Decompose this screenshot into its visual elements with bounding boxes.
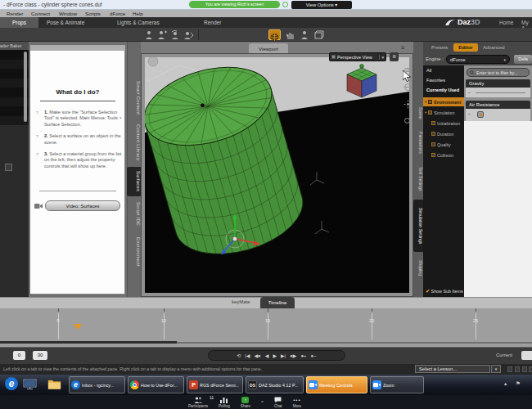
surface-selection-tool-icon[interactable]	[268, 29, 281, 40]
zoom-annotation-icon[interactable]	[282, 2, 288, 7]
tab-render[interactable]: Render	[200, 17, 225, 28]
tab-smart-content[interactable]: Smart Content	[127, 79, 141, 118]
air-resistance-slider[interactable]: -	[466, 109, 530, 121]
gravity-section-header[interactable]: Gravity	[466, 79, 530, 88]
desktop-icon[interactable]	[23, 377, 37, 391]
tray-flag-icon[interactable]: ⚑	[516, 380, 521, 387]
tab-environment[interactable]: Environment	[127, 232, 141, 272]
menu-render[interactable]: Render	[7, 11, 23, 16]
expander-icon[interactable]: ▾	[425, 110, 426, 115]
pane-control-icon[interactable]	[515, 366, 520, 372]
play-button[interactable]: ▶	[273, 353, 277, 358]
tab-scene[interactable]: Scene	[413, 101, 423, 124]
box-tool-icon[interactable]	[313, 30, 324, 40]
taskbar-button-zoom[interactable]: Zoom	[370, 376, 424, 393]
menu-window[interactable]: Window	[59, 11, 77, 16]
tab-tool-settings[interactable]: Tool Settings	[413, 160, 423, 198]
lesson-select[interactable]: Select a Lesson...	[415, 365, 490, 373]
go-to-start-button[interactable]: |◀	[245, 353, 250, 358]
edge-taskbar-icon[interactable]: e	[5, 377, 19, 391]
tree-item-collision[interactable]: Collision	[423, 151, 464, 160]
add-key-button[interactable]: ●+	[300, 353, 306, 358]
playhead[interactable]	[74, 324, 82, 330]
pane-control-icon[interactable]	[507, 366, 512, 372]
tab-simulation-settings[interactable]: Simulation Settings	[413, 200, 423, 252]
tree-item-quality[interactable]: Quality	[423, 140, 464, 149]
tab-keymate[interactable]: keyMate	[232, 299, 250, 304]
tab-presets[interactable]: Presets	[431, 45, 448, 50]
chat-button[interactable]: Chat	[274, 397, 282, 408]
menu-connect[interactable]: Connect	[31, 11, 50, 16]
filter-currently-used[interactable]: Currently Used	[426, 88, 459, 92]
menu-scripts[interactable]: Scripts	[85, 11, 101, 16]
expander-icon[interactable]: ▾	[425, 100, 426, 104]
tab-parameters[interactable]: Parameters	[413, 126, 423, 159]
range-start-field[interactable]: 0	[13, 351, 25, 360]
more-button[interactable]: ••• More	[293, 397, 301, 408]
step-back-button[interactable]: ◀	[265, 353, 269, 358]
pane-control-icon[interactable]	[529, 366, 532, 372]
range-end-field[interactable]: 30	[33, 351, 47, 360]
taskbar-button-meeting-controls[interactable]: Meeting Controls	[306, 376, 367, 393]
tree-item-duration[interactable]: Duration	[423, 129, 464, 138]
default-button[interactable]: Defa	[514, 55, 532, 64]
menu-help[interactable]: Help	[133, 11, 143, 16]
shader-baker-tab[interactable]: Shader Baker	[0, 42, 29, 50]
share-options-chevron[interactable]: ^	[261, 400, 264, 405]
step-forward-button[interactable]: ▶|	[281, 353, 286, 358]
slider-knob[interactable]	[477, 111, 484, 118]
tab-editor[interactable]: Editor	[453, 43, 478, 52]
menu-dforce[interactable]: dForce	[110, 11, 125, 16]
tab-timeline[interactable]: Timeline	[260, 297, 295, 308]
link-home[interactable]: Home	[499, 20, 513, 25]
taskbar-button-daz-studio[interactable]: DSDAZ Studio 4.12 P...	[246, 376, 304, 393]
tree-item-initialization[interactable]: Initialization	[423, 119, 464, 128]
engine-dropdown[interactable]: dForce ▾	[446, 55, 510, 64]
hand-tool-icon[interactable]	[286, 30, 296, 40]
figure-tool-icon[interactable]	[144, 30, 155, 40]
viewport-pane-tab[interactable]: Viewport	[249, 43, 288, 54]
share-screen-button[interactable]: ↑ Share	[241, 397, 250, 408]
tree-item-simulation[interactable]: ▾Simulation	[423, 108, 464, 117]
minus-icon[interactable]: -	[468, 110, 470, 116]
camera-selector[interactable]: Perspective View ▾	[329, 52, 386, 61]
frame-tool-icon[interactable]	[404, 117, 413, 126]
view-options-button[interactable]: View Options ▾	[291, 1, 352, 9]
pose-tool-icon[interactable]	[300, 30, 310, 40]
polling-button[interactable]: Polling	[219, 397, 230, 408]
pane-control-icon[interactable]	[522, 366, 527, 372]
tray-show-hidden-icon[interactable]: ▴	[504, 380, 507, 387]
taskbar-button-inbox[interactable]: eInbox - rgcincy...	[69, 376, 125, 393]
viewport-3d[interactable]	[142, 54, 413, 296]
video-surfaces-button[interactable]: Video: Surfaces	[45, 200, 120, 211]
air-resistance-section-header[interactable]: Air Resistance	[466, 101, 530, 109]
tab-lights-cameras[interactable]: Lights & Cameras	[113, 17, 164, 28]
tree-item-environment[interactable]: ▾Environment	[423, 97, 464, 106]
tab-shaping[interactable]: Shaping	[413, 255, 423, 281]
lesson-dropdown-arrow[interactable]: ▾	[491, 365, 501, 373]
translate-tool-icon[interactable]	[183, 30, 194, 40]
taskbar-button-chrome[interactable]: How to Use dFor...	[128, 376, 184, 393]
orbit-tool-icon[interactable]	[404, 83, 413, 92]
filter-favorites[interactable]: Favorites	[426, 78, 445, 83]
show-sub-items-checkbox[interactable]: ✔ Show Sub Items	[426, 288, 463, 294]
loop-button[interactable]: ⟲	[237, 353, 241, 358]
participants-button[interactable]: 11 Participants	[188, 397, 208, 408]
tab-pose-animate[interactable]: Pose & Animate	[43, 17, 88, 28]
taskbar-button-powerpoint[interactable]: PRGS dForce Semi...	[187, 376, 243, 393]
tab-props[interactable]: Props	[0, 17, 38, 28]
slider-groove[interactable]	[476, 92, 525, 93]
prev-key-button[interactable]: ◀●	[255, 353, 261, 358]
filter-all[interactable]: All	[426, 68, 431, 73]
pane-menu-icon[interactable]: ≡	[401, 44, 405, 52]
file-explorer-icon[interactable]	[47, 377, 61, 391]
filter-search-input[interactable]: Enter text to filter by...	[467, 68, 530, 77]
current-frame-field[interactable]	[521, 351, 532, 360]
tab-surfaces[interactable]: Surfaces	[127, 167, 141, 196]
tab-content-library[interactable]: Content Library	[127, 121, 141, 164]
next-key-button[interactable]: ●▶	[290, 353, 296, 358]
viewport-options-icon[interactable]: ≣	[390, 52, 399, 61]
minus-icon[interactable]: -	[468, 89, 470, 95]
timeline-ruler[interactable]: 5 10 15 20 25	[0, 308, 532, 347]
delete-key-button[interactable]: ●−	[311, 353, 317, 358]
